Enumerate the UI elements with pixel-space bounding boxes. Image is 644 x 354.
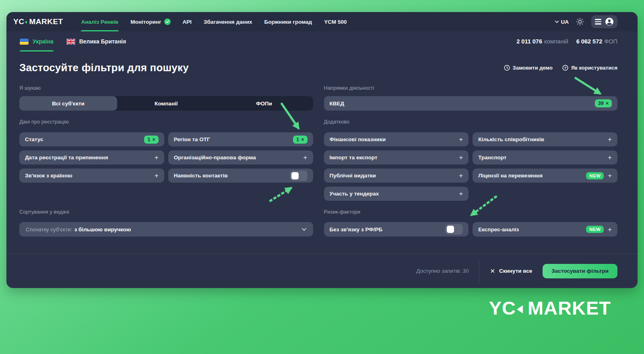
plus-icon: + [608,154,612,161]
brand-yc-text: YC [489,297,516,319]
filter-kved[interactable]: КВЕД 39× [324,96,618,111]
hamburger-icon [595,19,601,24]
close-icon: × [301,137,304,142]
nav-item-community-debtors[interactable]: Боржники громад [258,12,318,31]
how-to-use-link[interactable]: ? Як користуватися [562,65,617,71]
logo-yc-text: YC [13,17,24,26]
plus-icon: + [608,172,612,179]
nav-label: Аналіз Ринків [81,19,118,25]
plus-icon: + [155,154,159,161]
svg-text:?: ? [564,66,566,70]
close-icon: ✕ [490,268,495,275]
nav-item-ycm500[interactable]: YCM 500 [318,12,353,31]
new-badge: NEW [586,226,604,233]
nav-label: Моніторинг [130,19,161,25]
page-title: Застосуйте фільтри для пошуку [13,62,189,74]
close-icon: × [606,101,609,106]
new-badge: NEW [586,172,604,179]
filter-transport-licenses[interactable]: Ліцензії на перевезення NEW + [473,169,617,183]
filter-public-spending[interactable]: Публічні видатки + [324,169,469,183]
clock-icon [504,65,510,71]
nav-item-monitoring[interactable]: Моніторинг [124,12,176,31]
country-label: Велика Британія [79,38,126,45]
apply-filters-button[interactable]: Застосувати фільтри [543,264,617,278]
right-column: Напрямки діяльності КВЕД 39× Додатково Ф… [324,85,618,237]
segment-all-entities[interactable]: Всі суб'єкти [19,96,117,111]
filter-contacts-availability[interactable]: Наявність контактів [168,169,313,183]
nav-right-controls: UA [555,15,618,28]
rf-rb-toggle[interactable] [445,224,463,235]
segment-companies[interactable]: Компанії [117,96,215,111]
footer-divider [479,261,479,282]
plus-icon: + [608,136,612,143]
plus-icon: + [608,226,612,233]
nav-label: API [183,19,192,25]
country-bar: Україна Велика Британія 2 011 076компані… [6,31,638,51]
check-badge-icon [164,19,171,25]
plus-icon: + [459,154,463,161]
account-menu[interactable] [591,15,617,28]
available-requests: Доступно запитів: 30 [416,268,469,274]
nav-items: Аналіз Ринків Моніторинг API Збагачення … [75,12,353,31]
filter-import-export[interactable]: Імпорт та експорт + [324,150,469,165]
nav-label: Збагачення даних [204,19,252,25]
order-demo-link[interactable]: Замовити демо [504,65,553,71]
sorting-dropdown[interactable]: Спочатку суб'єкти: з більшою виручкою [19,222,313,237]
segment-fops[interactable]: ФОПи [215,96,313,111]
header-links: Замовити демо ? Як користуватися [504,65,617,71]
filter-registration-date[interactable]: Дата реєстрації та припинення + [19,150,164,165]
sorting-section-label: Сортування у видачі [19,209,313,215]
region-count-badge[interactable]: 1× [293,136,307,144]
link-label: Як користуватися [571,65,617,71]
registration-section-label: Дані про реєстрацію [19,119,313,125]
app-window: YC MARKET Аналіз Ринків Моніторинг API З… [6,12,638,288]
country-tab-ukraine[interactable]: Україна [13,31,60,51]
filter-express-analysis[interactable]: Експрес-аналіз NEW + [473,222,617,237]
language-code: UA [561,19,569,25]
additional-filters-grid: Фінансові показники + Кількість співробі… [324,132,618,201]
brand-market-text: MARKET [528,297,611,319]
contacts-toggle[interactable] [290,171,308,181]
companies-count: 2 011 076компаній [516,38,568,45]
left-column: Я шукаю Всі суб'єкти Компанії ФОПи Дані … [19,85,313,237]
uk-flag-icon [66,39,75,45]
plus-icon: + [459,190,463,197]
nav-item-data-enrichment[interactable]: Збагачення даних [198,12,258,31]
filter-country-connection[interactable]: Зв'язок з країною + [19,169,164,183]
country-tab-great-britain[interactable]: Велика Британія [60,31,132,51]
filter-legal-form[interactable]: Організаційно-правова форма + [168,150,313,165]
entity-type-segmented-control: Всі суб'єкти Компанії ФОПи [19,96,313,111]
logo-market-text: MARKET [29,17,63,26]
status-count-badge[interactable]: 1× [144,136,158,144]
link-label: Замовити демо [513,65,553,71]
avatar-icon [605,17,614,26]
filter-financial-indicators[interactable]: Фінансові показники + [324,132,469,146]
risk-section-label: Ризик-фактори [324,209,618,215]
yc-market-logo[interactable]: YC MARKET [13,17,63,26]
reset-all-button[interactable]: ✕ Скинути все [490,268,532,275]
filter-status[interactable]: Статус 1× [19,132,164,146]
registry-stats: 2 011 076компаній 6 062 572ФОП [516,38,617,45]
language-selector[interactable]: UA [555,19,569,25]
risk-filters-grid: Без зв'язку з РФ/РБ Експрес-аналіз NEW + [324,222,618,237]
chevron-down-icon [555,20,559,23]
ukraine-flag-icon [20,39,29,45]
plus-icon: + [459,136,463,143]
plus-icon: + [155,172,159,179]
search-type-label: Я шукаю [19,85,313,91]
filter-tender-participation[interactable]: Участь у тендерах + [324,187,469,201]
filter-no-rf-rb-connection[interactable]: Без зв'язку з РФ/РБ [324,222,469,237]
filter-employee-count[interactable]: Кількість співробітників + [473,132,617,146]
footer-bar: Доступно запитів: 30 ✕ Скинути все Засто… [6,253,638,288]
chevron-down-icon [301,228,307,231]
bottom-brand-logo: YC MARKET [489,297,611,319]
logo-triangle-icon [25,21,27,24]
filter-transport[interactable]: Транспорт + [473,150,617,165]
nav-item-market-analysis[interactable]: Аналіз Ринків [75,12,124,31]
kved-count-badge[interactable]: 39× [595,99,612,107]
nav-item-api[interactable]: API [177,12,198,31]
close-icon: × [152,137,155,142]
theme-sun-icon[interactable] [575,17,585,27]
filter-region-otg[interactable]: Регіон та ОТГ 1× [168,132,313,146]
nav-label: Боржники громад [264,19,312,25]
